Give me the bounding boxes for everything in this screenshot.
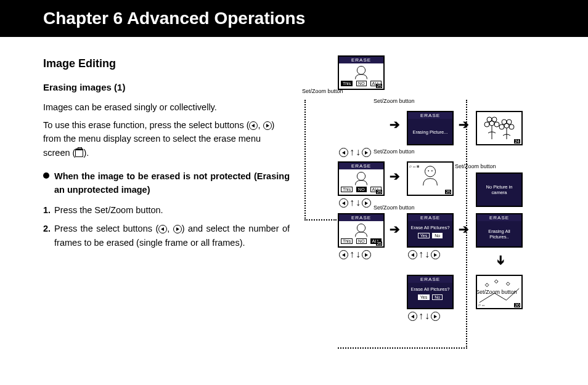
screen-erasing-all: ERASE Erasing All Pictures.. (476, 213, 523, 248)
status-icons: ⌕ ▭ ▦ (409, 164, 419, 168)
right-button-icon (362, 250, 371, 259)
svg-point-3 (357, 66, 365, 74)
screen-erase-no: ERASE ThisNOALL 25 (338, 161, 385, 196)
setzoom-label: Set/Zoom button (302, 89, 343, 94)
svg-point-8 (492, 117, 497, 122)
status-icons: ⌕ ▭ (478, 302, 484, 307)
right-button-icon (362, 198, 371, 208)
screen-erase-this: ERASE ThisNOALL 25 (338, 55, 385, 90)
svg-point-15 (509, 124, 514, 129)
chapter-header: Chapter 6 Advanced Operations (0, 0, 588, 37)
svg-point-5 (357, 224, 365, 232)
setzoom-label: Set/Zoom button (455, 164, 496, 169)
right-button-icon (431, 312, 440, 321)
screen-flower: 24 (476, 111, 523, 145)
svg-point-18 (431, 170, 433, 171)
left-button-icon (339, 250, 348, 259)
down-arrow-icon: ↓ (356, 250, 361, 259)
down-arrow-icon: ↓ (425, 312, 430, 321)
flow-arrow-icon: ➔ (390, 169, 400, 184)
setzoom-label: Set/Zoom button (476, 290, 517, 295)
steps-list: 1. Press the Set/Zoom button. 2. Press t… (43, 203, 290, 249)
svg-point-6 (489, 121, 494, 126)
svg-point-12 (502, 120, 507, 124)
setzoom-label: Set/Zoom button (374, 205, 415, 211)
left-select-icon (158, 225, 167, 233)
flow-arrow-icon: ➔ (494, 255, 508, 265)
flow-arrow-icon: ➔ (459, 117, 469, 132)
dotted-path (304, 100, 337, 221)
left-button-icon (408, 250, 417, 259)
left-button-icon (339, 148, 348, 157)
svg-point-9 (484, 122, 489, 127)
setzoom-label: Set/Zoom button (374, 99, 415, 104)
right-select-icon (263, 121, 272, 130)
svg-point-11 (504, 123, 509, 128)
nav-buttons: ↑ ↓ (408, 250, 440, 259)
trash-icon (75, 148, 83, 157)
svg-point-16 (425, 166, 435, 177)
flow-arrow-icon: ➔ (459, 222, 469, 237)
screen-playback-return: ⌕ ▭ ▦ 25 (407, 161, 454, 196)
screen-erasing-picture: ERASE Erasing Picture... (407, 111, 454, 145)
flow-arrow-icon: ➔ (390, 117, 400, 132)
svg-point-10 (494, 122, 499, 127)
bullet-dot-icon (43, 172, 49, 179)
down-arrow-icon: ↓ (425, 250, 430, 259)
nav-buttons: ↑ ↓ (339, 198, 371, 208)
svg-point-4 (357, 172, 365, 180)
svg-point-13 (507, 120, 512, 124)
up-arrow-icon: ↑ (419, 250, 423, 259)
up-arrow-icon: ↑ (349, 198, 354, 208)
up-arrow-icon: ↑ (349, 148, 354, 157)
nav-buttons: ↑ ↓ (339, 148, 371, 157)
screen-erase-all-q-no: ERASE Erase All Pictures? YesNo (407, 213, 454, 248)
left-select-icon (249, 121, 258, 130)
screen-erase-all: ERASE ThisNOALL 25 (338, 213, 385, 248)
chapter-title: Chapter 6 Advanced Operations (43, 9, 305, 28)
section-title: Image Editing (43, 55, 290, 73)
right-select-icon (173, 225, 182, 233)
text-column: Image Editing Erasing images (1) Images … (43, 55, 302, 370)
step-2: 2. Press the select buttons (, ) and sel… (43, 222, 290, 249)
svg-point-14 (499, 124, 504, 129)
up-arrow-icon: ↑ (349, 250, 354, 259)
screen-no-picture: No Picture in camera (476, 172, 523, 207)
step-1: 1. Press the Set/Zoom button. (43, 203, 290, 217)
condition-bullet: When the image to be erased is not prote… (43, 169, 290, 197)
svg-point-17 (428, 170, 429, 171)
intro-para-1: Images can be erased singly or collectiv… (43, 100, 290, 114)
svg-point-7 (487, 117, 492, 122)
intro-para-2: To use this erase function, press the se… (43, 118, 290, 160)
setzoom-label: Set/Zoom button (374, 149, 415, 155)
left-button-icon (408, 312, 417, 321)
nav-buttons: ↑ ↓ (408, 312, 440, 321)
left-button-icon (339, 198, 348, 208)
right-button-icon (431, 250, 440, 259)
subsection-title: Erasing images (1) (43, 80, 290, 94)
up-arrow-icon: ↑ (419, 312, 423, 321)
screen-erase-all-q-yes: ERASE Erase All Pictures? YesNo (407, 275, 454, 309)
down-arrow-icon: ↓ (356, 148, 361, 157)
flow-arrow-icon: ➔ (390, 222, 400, 237)
nav-buttons: ↑ ↓ (339, 250, 371, 259)
page-content: Image Editing Erasing images (1) Images … (0, 37, 588, 376)
right-button-icon (362, 148, 371, 157)
down-arrow-icon: ↓ (356, 198, 361, 208)
flow-diagram: ⌕ ▭ ▦ 25 Set/Zoom button ERASE ThisNOALL… (302, 55, 582, 370)
